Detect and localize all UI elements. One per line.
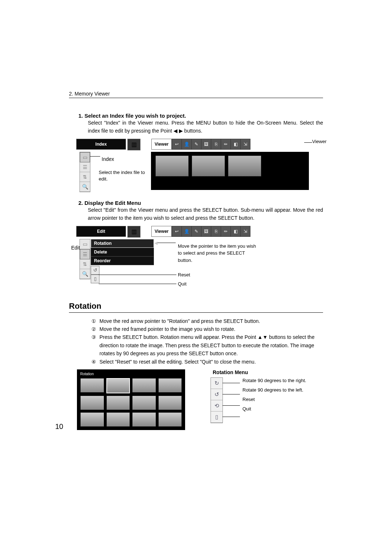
toolbar-icon[interactable]: 🖼 xyxy=(201,139,211,149)
rotation-thumb[interactable] xyxy=(158,412,182,427)
submenu-reset-icon[interactable]: ↺ xyxy=(91,266,99,275)
sidebar-index-icon[interactable]: ▭ xyxy=(80,152,90,162)
index-thumb[interactable] xyxy=(155,155,189,177)
menubar: Edit ▥ Viewer ↩ 👤 ✎ 🖼 ⎘ ✏ ◧ ⇲ xyxy=(76,226,323,237)
step-num-4: ④ xyxy=(91,358,99,366)
rotation-thumb-selected[interactable] xyxy=(106,378,130,393)
toolbar-icon[interactable]: ⇲ xyxy=(240,139,250,149)
menubar-viewer-label: Viewer xyxy=(151,139,172,150)
index-preview-area xyxy=(151,152,309,190)
rotation-step-4: Select "Reset" to reset all the editing.… xyxy=(99,358,256,366)
figure-index-menu: Index ▥ Viewer ↩ 👤 ✎ 🖼 ⎘ ✏ ◧ ⇲ Viewer ▭ … xyxy=(76,139,323,193)
edit-callout: Edit xyxy=(71,245,80,251)
rotation-quit-label: Quit xyxy=(242,406,306,412)
rotation-menu: ↻ ↺ ⟲ ▯ xyxy=(211,377,223,423)
step-num-1: ① xyxy=(91,317,99,325)
rotation-step-3: Press the SELECT button. Rotation menu w… xyxy=(99,333,323,357)
rotation-thumb[interactable] xyxy=(132,378,156,393)
reset-callout: Reset xyxy=(178,272,190,278)
page-number: 10 xyxy=(55,422,63,431)
rotation-thumb[interactable] xyxy=(132,396,156,410)
toolbar-icon[interactable]: ✏ xyxy=(221,139,230,149)
toolbar-icon[interactable]: ✎ xyxy=(191,226,201,236)
submenu-delete[interactable]: Delete xyxy=(91,248,154,256)
sidebar-index-icon[interactable]: ▭ xyxy=(80,239,90,249)
rotation-heading: Rotation xyxy=(69,301,323,313)
toolbar-icon[interactable]: 🖼 xyxy=(201,226,211,236)
menubar-edit-label[interactable]: Edit xyxy=(76,226,126,237)
step2-title: 2. Display the Edit Menu xyxy=(78,200,323,206)
step-num-2: ② xyxy=(91,325,99,333)
toolbar-icon[interactable]: 👤 xyxy=(181,226,191,236)
rotate-right-label: Rotate 90 degrees to the right. xyxy=(242,377,306,384)
figure-edit-menu: Edit ▥ Viewer ↩ 👤 ✎ 🖼 ⎘ ✏ ◧ ⇲ ▭ ☰ ⇅ 🔍 Ed… xyxy=(76,226,323,299)
rotation-preview-title: Rotation xyxy=(79,371,183,377)
toolbar-icon[interactable]: ↩ xyxy=(172,139,181,149)
rotate-right-icon[interactable]: ↻ xyxy=(211,378,222,389)
index-thumb[interactable] xyxy=(228,155,261,177)
sidebar-edit-icon[interactable]: ☰ xyxy=(80,249,90,259)
menubar-index-text: Index xyxy=(95,142,107,147)
toolbar-icon[interactable]: ⇲ xyxy=(240,226,250,236)
rotation-step-1: Move the red arrow pointer to "Rotation"… xyxy=(99,317,260,325)
edit-submenu-note: Move the pointer to the item you wish to… xyxy=(178,243,258,264)
step1-body: Select "Index" in the Viewer menu. Press… xyxy=(88,119,323,135)
rotation-thumb[interactable] xyxy=(158,378,182,393)
toolbar-icon[interactable]: ✏ xyxy=(221,226,230,236)
sidebar-search-icon[interactable]: 🔍 xyxy=(80,269,90,279)
select-file-caption: Select the index file to edit. xyxy=(99,169,146,182)
viewer-callout: Viewer xyxy=(312,139,327,144)
rotation-preview: Rotation xyxy=(77,369,185,430)
rotation-menu-heading: Rotation Menu xyxy=(213,369,306,375)
sidebar-search-icon[interactable]: 🔍 xyxy=(80,182,90,192)
point-lr-icon: ◀ ▶ xyxy=(173,128,183,134)
rotate-left-label: Rotate 90 degrees to the left. xyxy=(242,387,306,393)
rotation-reset-label: Reset xyxy=(242,396,306,403)
rotation-thumb[interactable] xyxy=(158,396,182,410)
menubar-edit-text: Edit xyxy=(97,229,105,234)
pointer-arrow-icon: ◀ xyxy=(154,240,158,246)
sidebar-edit-icon[interactable]: ☰ xyxy=(80,162,90,172)
step1-body-a: Select "Index" in the Viewer menu. Press… xyxy=(88,120,323,134)
menubar: Index ▥ Viewer ↩ 👤 ✎ 🖼 ⎘ ✏ ◧ ⇲ xyxy=(76,139,323,150)
toolbar-icon[interactable]: ◧ xyxy=(230,139,240,149)
toolbar-icons: ↩ 👤 ✎ 🖼 ⎘ ✏ ◧ ⇲ xyxy=(172,139,250,150)
rotation-thumb[interactable] xyxy=(106,412,130,427)
submenu-reorder[interactable]: Reorder xyxy=(91,256,154,265)
figure-rotation: Rotation Rotation Menu ↻ xyxy=(77,369,323,430)
rotation-thumb[interactable] xyxy=(132,412,156,427)
sidebar-reorder-icon[interactable]: ⇅ xyxy=(80,259,90,269)
rotation-steps: ①Move the red arrow pointer to "Rotation… xyxy=(91,317,323,366)
rotation-reset-icon[interactable]: ⟲ xyxy=(211,400,222,412)
rotate-left-icon[interactable]: ↺ xyxy=(211,389,222,400)
step-num-3: ③ xyxy=(91,333,99,357)
rotation-step-2: Move the red framed pointer to the image… xyxy=(99,325,235,333)
chapter-header: 2. Memory Viewer xyxy=(69,91,323,98)
toolbar-icon[interactable]: ↩ xyxy=(172,226,181,236)
step2-body: Select "Edit" from the Viewer menu and p… xyxy=(88,206,323,222)
index-thumb[interactable] xyxy=(192,155,225,177)
viewer-sidebar: ▭ ☰ ⇅ 🔍 xyxy=(79,152,90,192)
rotation-thumb[interactable] xyxy=(80,412,104,427)
index-callout: Index xyxy=(102,156,114,162)
toolbar-icon[interactable]: ⎘ xyxy=(211,226,221,236)
toolbar-icon[interactable]: 👤 xyxy=(181,139,191,149)
step1-body-b: buttons. xyxy=(183,128,203,134)
menubar-index-icon: ▥ xyxy=(127,139,140,150)
submenu-quit-icon[interactable]: ▯ xyxy=(91,275,99,283)
edit-submenu: Rotation ◀ Delete Reorder ↺ ▯ xyxy=(91,239,156,283)
rotation-thumb[interactable] xyxy=(80,378,104,393)
sidebar-reorder-icon[interactable]: ⇅ xyxy=(80,172,90,182)
step1-title: 1. Select an Index file you wish to proj… xyxy=(78,113,323,119)
toolbar-icon[interactable]: ◧ xyxy=(230,226,240,236)
rotation-thumb[interactable] xyxy=(106,396,130,410)
toolbar-icons: ↩ 👤 ✎ 🖼 ⎘ ✏ ◧ ⇲ xyxy=(172,226,250,237)
submenu-rotation[interactable]: Rotation xyxy=(91,239,154,248)
menubar-viewer-label: Viewer xyxy=(151,226,172,237)
toolbar-icon[interactable]: ⎘ xyxy=(211,139,221,149)
toolbar-icon[interactable]: ✎ xyxy=(191,139,201,149)
viewer-sidebar: ▭ ☰ ⇅ 🔍 xyxy=(79,239,90,279)
rotation-quit-icon[interactable]: ▯ xyxy=(211,412,222,423)
rotation-thumb[interactable] xyxy=(80,396,104,410)
menubar-index-label[interactable]: Index xyxy=(76,139,126,150)
